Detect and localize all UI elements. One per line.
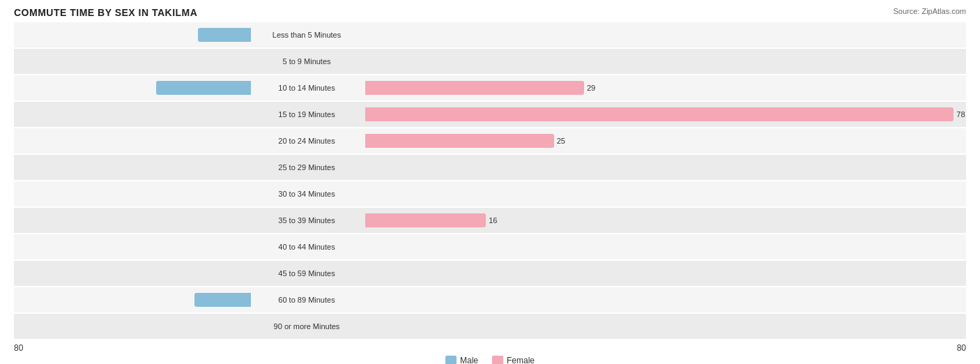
left-section [14,102,251,127]
female-value: 16 [489,216,497,225]
female-bar [365,107,954,121]
table-row: 32 10 to 14 Minutes 29 [14,75,966,100]
chart-inner: 18 Less than 5 Minutes 5 to 9 Minutes 32… [14,22,966,340]
right-section [362,287,966,312]
right-section: 16 [362,208,966,233]
legend: Male Female [14,356,966,364]
chart-container: COMMUTE TIME BY SEX IN TAKILMA Source: Z… [0,0,980,364]
right-section: 29 [362,75,966,100]
male-color-box [445,356,457,364]
table-row: 20 to 24 Minutes 25 [14,128,966,153]
table-row: 15 to 19 Minutes 78 [14,102,966,127]
male-bar [156,81,251,95]
legend-female: Female [492,356,535,364]
female-bar [365,134,554,148]
female-value: 29 [587,84,595,92]
female-bar [365,213,486,227]
left-section [14,155,251,180]
row-label: 10 to 14 Minutes [251,84,362,92]
right-section [362,49,966,74]
source-label: Source: ZipAtlas.com [893,7,966,15]
right-section [362,22,966,47]
axis-right-label: 80 [957,343,966,353]
row-label: 20 to 24 Minutes [251,137,362,145]
table-row: 30 to 34 Minutes [14,181,966,206]
left-section: 19 [14,287,251,312]
table-row: 25 to 29 Minutes [14,155,966,180]
right-section [362,155,966,180]
female-bar [365,81,584,95]
left-section [14,314,251,339]
female-color-box [492,356,503,364]
table-row: 45 to 59 Minutes [14,261,966,286]
right-section [362,234,966,259]
table-row: 5 to 9 Minutes [14,49,966,74]
right-section: 25 [362,128,966,153]
left-section [14,261,251,286]
left-section [14,49,251,74]
axis-left-label: 80 [14,343,23,353]
row-label: Less than 5 Minutes [251,31,362,39]
row-label: 60 to 89 Minutes [251,296,362,304]
row-label: 35 to 39 Minutes [251,216,362,225]
legend-male: Male [445,356,478,364]
table-row: 40 to 44 Minutes [14,234,966,259]
male-label: Male [460,356,478,364]
right-section [362,314,966,339]
right-section [362,181,966,206]
row-label: 40 to 44 Minutes [251,243,362,251]
female-value: 78 [956,110,965,119]
left-section: 18 [14,22,251,47]
table-row: 35 to 39 Minutes 16 [14,208,966,233]
male-bar [198,28,252,42]
left-section: 32 [14,75,251,100]
row-label: 90 or more Minutes [251,322,362,331]
table-row: 90 or more Minutes [14,314,966,339]
axis-labels: 80 80 [14,343,966,353]
row-label: 15 to 19 Minutes [251,110,362,119]
row-label: 5 to 9 Minutes [251,57,362,66]
male-bar [194,293,251,307]
left-section [14,208,251,233]
female-value: 25 [557,137,565,145]
left-section [14,181,251,206]
chart-title: COMMUTE TIME BY SEX IN TAKILMA [14,7,966,18]
left-section [14,234,251,259]
row-label: 45 to 59 Minutes [251,269,362,278]
left-section [14,128,251,153]
table-row: 18 Less than 5 Minutes [14,22,966,47]
table-row: 19 60 to 89 Minutes [14,287,966,312]
row-label: 30 to 34 Minutes [251,190,362,198]
right-section [362,261,966,286]
row-label: 25 to 29 Minutes [251,163,362,172]
right-section: 78 [362,102,966,127]
female-label: Female [507,356,535,364]
